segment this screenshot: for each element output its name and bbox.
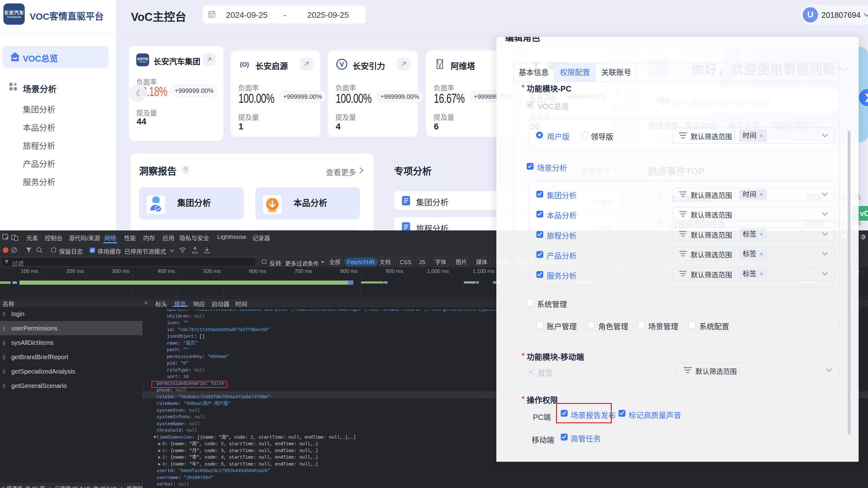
svg-text:V: V xyxy=(339,61,344,68)
svg-text:(O): (O) xyxy=(240,61,249,68)
